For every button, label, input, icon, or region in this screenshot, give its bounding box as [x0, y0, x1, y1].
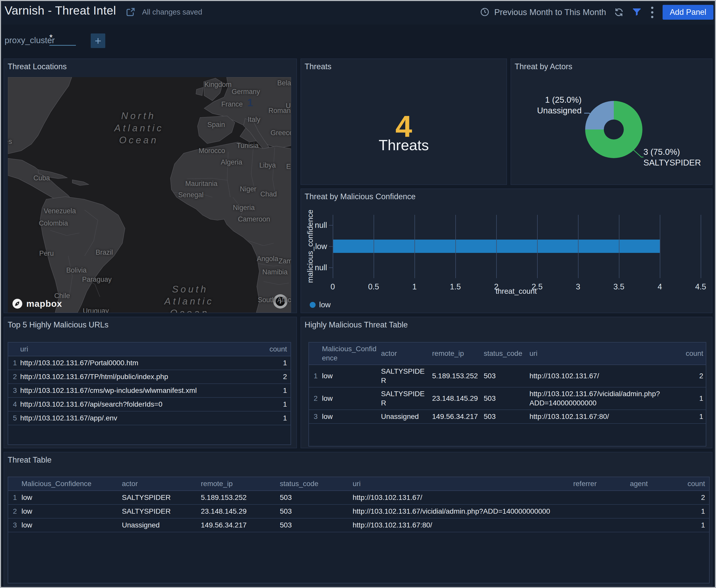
column-header: actor — [117, 477, 196, 490]
country-label: Chile — [54, 292, 70, 300]
table-row[interactable]: 3http://103.102.131.67/cms/wp-includes/w… — [8, 384, 290, 398]
table-cell: 23.148.145.29 — [196, 505, 275, 518]
panel-title: Threat Table — [8, 456, 52, 465]
table-row[interactable]: 2lowSALTYSPIDER23.148.145.29503http://10… — [309, 387, 706, 410]
table-row[interactable]: 3lowUnassigned149.56.34.217503http://103… — [309, 410, 706, 424]
gridline — [333, 215, 333, 278]
country-label: Cuba — [34, 174, 50, 182]
panel-threats: Threats 4 Threats — [301, 59, 507, 185]
table-row[interactable]: 1lowSALTYSPIDER5.189.153.252503http://10… — [309, 365, 706, 387]
x-tick-label: 0 — [330, 282, 335, 291]
column-header: uri — [348, 477, 551, 490]
column-header: remote_ip — [196, 477, 275, 490]
table-cell: http://103.102.131.67/ — [348, 491, 551, 504]
country-label: E — [286, 163, 291, 171]
country-label: Morocco — [199, 147, 225, 155]
threat-count-label: Threats — [301, 138, 507, 152]
panel-title: Threat Locations — [8, 62, 67, 71]
country-label: Niger — [240, 185, 257, 193]
table-row[interactable]: 5http://103.102.131.67/app/.env1 — [8, 412, 290, 425]
table-cell: 1 — [268, 412, 290, 424]
table-row[interactable]: 4http://103.102.131.67/api/search?folder… — [8, 398, 290, 412]
gridline — [414, 215, 415, 278]
row-number: 1 — [8, 357, 17, 369]
legend-item[interactable]: low — [310, 300, 331, 309]
panel-threat-by-malicious-confidence: Threat by Malicious Confidence malicious… — [301, 189, 712, 313]
donut-callout-unassigned: 1 (25.0%) Unassigned — [537, 94, 581, 116]
country-label: Paraguay — [82, 276, 112, 284]
country-label: South Afric — [258, 296, 291, 304]
share-icon[interactable] — [125, 7, 136, 17]
row-number: 2 — [8, 370, 17, 383]
panel-title: Top 5 Highly Malicious URLs — [8, 320, 108, 330]
map-canvas[interactable]: mapbox i esKingdomGermanyBelaFranceRoman… — [8, 77, 291, 313]
column-header: uri — [17, 343, 268, 356]
legend-swatch — [310, 302, 315, 308]
bar-chart-plot — [333, 215, 701, 278]
table-row[interactable]: 1http://103.102.131.67/Portal0000.htm1 — [8, 356, 290, 370]
table-cell: 2 — [268, 370, 290, 383]
filter-icon[interactable] — [632, 7, 642, 17]
column-header: status_code — [479, 347, 525, 360]
ocean-label: Atlantic — [114, 123, 164, 133]
refresh-icon[interactable] — [614, 7, 624, 17]
panel-title: Threat by Malicious Confidence — [305, 192, 415, 201]
table-row[interactable]: 2lowSALTYSPIDER23.148.145.29503http://10… — [8, 505, 709, 519]
table-cell: http://103.102.131.67/api/search?folderI… — [17, 398, 268, 411]
column-header — [309, 352, 318, 355]
table-cell: 503 — [479, 370, 525, 382]
table-cell: 1 — [664, 410, 706, 423]
country-label: Brazil — [96, 249, 113, 256]
filter-param-name: proxy_cluster — [5, 36, 55, 45]
clock-icon — [480, 7, 490, 17]
table-cell: 1 — [268, 357, 290, 369]
country-label: Senegal — [178, 191, 203, 199]
y-tick-label: low — [315, 242, 327, 251]
panel-threat-table: Threat Table Malicious_Confidenceactorre… — [4, 452, 712, 586]
y-tick-mark — [329, 225, 333, 226]
country-label: Venezuela — [44, 207, 76, 215]
country-label: Peru — [39, 250, 54, 257]
country-label: Kingdom — [204, 81, 232, 89]
table-cell: 503 — [479, 410, 525, 423]
country-label: France — [221, 100, 243, 108]
table-row[interactable]: 1lowSALTYSPIDER5.189.153.252503http://10… — [8, 491, 709, 505]
table-cell — [597, 509, 648, 513]
table-cell — [597, 523, 648, 527]
country-label: Mauritania — [185, 180, 218, 188]
table-cell: http://103.102.131.67/vicidial/admin.php… — [525, 387, 664, 410]
more-options-icon[interactable] — [650, 7, 655, 18]
mapbox-wordmark: mapbox — [26, 299, 62, 309]
gridline — [496, 215, 497, 278]
table-cell: 5.189.153.252 — [196, 491, 275, 504]
country-label: es — [8, 138, 12, 146]
table-cell: 503 — [275, 491, 348, 504]
column-header: count — [648, 477, 709, 490]
chart-legend[interactable]: low — [310, 300, 331, 309]
column-header: Malicious_Confidence — [318, 342, 377, 364]
table-cell: SALTYSPIDER — [377, 365, 428, 387]
table-cell: SALTYSPIDER — [117, 491, 196, 504]
table-cell: 503 — [275, 519, 348, 531]
panel-threat-locations: Threat Locations — [4, 59, 297, 313]
panel-title: Highly Malicious Threat Table — [305, 320, 408, 330]
table-row[interactable]: 2http://103.102.131.67/TP/html/public/in… — [8, 370, 290, 384]
panel-highly-malicious: Highly Malicious Threat Table Malicious_… — [301, 317, 712, 448]
time-range-selector[interactable]: Previous Month to This Month — [480, 7, 606, 17]
column-header: uri — [525, 347, 664, 360]
panel-title: Threat by Actors — [515, 62, 572, 71]
top-urls-table: uricount1http://103.102.131.67/Portal000… — [8, 342, 291, 445]
country-label: Tunisia — [237, 142, 259, 150]
table-cell: 5.189.153.252 — [428, 370, 479, 382]
filter-value-input[interactable]: * — [49, 33, 76, 46]
row-number: 1 — [8, 491, 17, 504]
add-filter-button[interactable]: + — [91, 34, 105, 48]
x-tick-label: 3.5 — [613, 282, 624, 291]
ocean-label: Atlantic — [164, 296, 213, 307]
column-header: status_code — [275, 477, 348, 490]
y-tick-label: null — [315, 263, 327, 272]
add-panel-button[interactable]: Add Panel — [662, 5, 713, 20]
table-row[interactable]: 3lowUnassigned149.56.34.217503http://103… — [8, 519, 709, 532]
mapbox-attribution[interactable]: mapbox — [12, 298, 62, 309]
table-cell: 2 — [664, 370, 706, 382]
